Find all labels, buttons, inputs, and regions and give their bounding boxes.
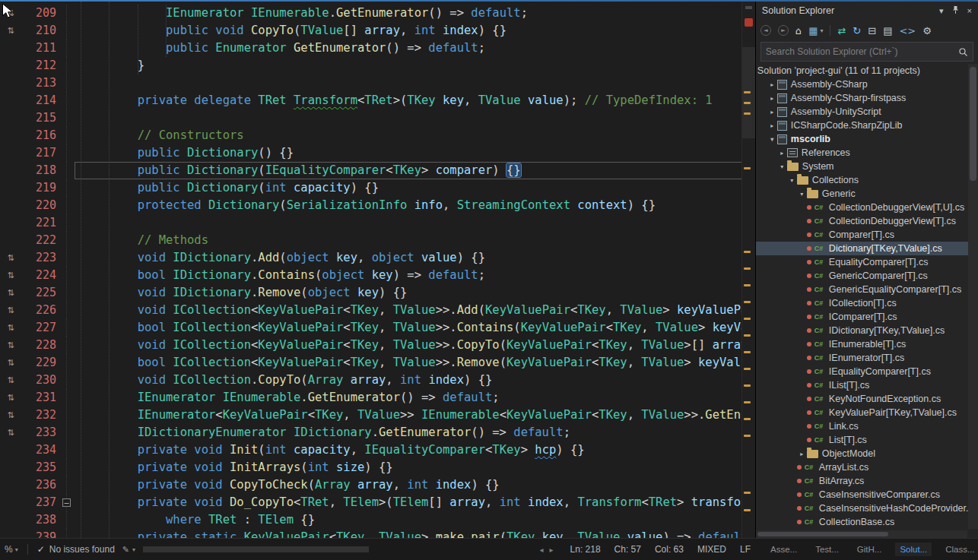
back-icon[interactable]: ◄: [760, 25, 771, 36]
reference-indicator-icon[interactable]: ⇅: [0, 354, 21, 372]
tree-item[interactable]: C#IDictionary[TKey,TValue].cs: [756, 324, 978, 337]
reference-indicator-icon[interactable]: ⇅: [0, 319, 21, 337]
reference-indicator-icon[interactable]: ⇅: [0, 407, 21, 424]
code-line[interactable]: ⇅229 bool ICollection<KeyValuePair<TKey,…: [0, 354, 755, 372]
code-line[interactable]: ⇅228 void ICollection<KeyValuePair<TKey,…: [0, 337, 755, 354]
code-line[interactable]: 220 protected Dictionary(SerializationIn…: [0, 197, 755, 214]
glyph-margin[interactable]: [0, 214, 21, 232]
tree-item[interactable]: ▸Assembly-UnityScript: [756, 105, 978, 119]
panel-tab[interactable]: Class...: [941, 543, 978, 556]
code-line[interactable]: 216 // Constructors: [0, 127, 755, 144]
tree-item[interactable]: C#ICollection[T].cs: [756, 296, 978, 310]
code-line[interactable]: 234 private void Init(int capacity, IEqu…: [0, 441, 755, 459]
reference-indicator-icon[interactable]: ⇅: [0, 302, 21, 319]
code-line[interactable]: ⇅223 void IDictionary.Add(object key, ob…: [0, 249, 755, 267]
code-line[interactable]: 215: [0, 109, 755, 127]
reference-indicator-icon[interactable]: ⇅: [0, 372, 21, 389]
glyph-margin[interactable]: [0, 144, 21, 162]
code-line[interactable]: 213: [0, 74, 755, 92]
scroll-left-icon[interactable]: ◂: [539, 546, 543, 554]
code-line[interactable]: 212 }: [0, 57, 755, 74]
glyph-margin[interactable]: [0, 232, 21, 249]
tree-item[interactable]: ▾Collections: [756, 173, 978, 187]
code-line[interactable]: 211 public Enumerator GetEnumerator() =>…: [0, 40, 755, 57]
glyph-margin[interactable]: [0, 511, 21, 529]
glyph-margin[interactable]: [0, 109, 21, 127]
tree-item[interactable]: C#ArrayList.cs: [756, 460, 978, 474]
zoom-control[interactable]: % ▾: [5, 544, 18, 555]
tree-item[interactable]: C#IEnumerable[T].cs: [756, 337, 978, 351]
reference-indicator-icon[interactable]: ⇅: [0, 337, 21, 354]
close-icon[interactable]: ×: [967, 6, 972, 15]
tree-item[interactable]: ▸Assembly-CSharp-firstpass: [756, 91, 978, 105]
code-line[interactable]: 217 public Dictionary() {}: [0, 144, 755, 162]
eol-indicator[interactable]: LF: [740, 544, 751, 555]
code-line[interactable]: 237– private void Do_CopyTo<TRet, TElem>…: [0, 494, 755, 511]
code-line[interactable]: ⇅226 void ICollection<KeyValuePair<TKey,…: [0, 302, 755, 319]
expand-arrow-icon[interactable]: ▸: [777, 150, 787, 157]
code-line[interactable]: 239 private static KeyValuePair<TKey, TV…: [0, 529, 755, 538]
reference-indicator-icon[interactable]: ⇅: [0, 424, 21, 441]
editor-vertical-scrollbar[interactable]: [741, 2, 755, 538]
scroll-right-icon[interactable]: ▸: [550, 546, 554, 554]
glyph-margin[interactable]: [0, 92, 21, 109]
code-line[interactable]: 219 public Dictionary(int capacity) {}: [0, 179, 755, 197]
tree-item[interactable]: C#IList[T].cs: [756, 378, 978, 392]
tree-item[interactable]: Solution 'project-gui' (11 of 11 project…: [756, 64, 978, 78]
code-line[interactable]: ⇅231 IEnumerator IEnumerable.GetEnumerat…: [0, 389, 755, 407]
code-line[interactable]: ⇅232 IEnumerator<KeyValuePair<TKey, TVal…: [0, 407, 755, 424]
code-line[interactable]: ⇅233 IDictionaryEnumerator IDictionary.G…: [0, 424, 755, 441]
pin-icon[interactable]: [951, 5, 960, 16]
tree-item[interactable]: C#IComparer[T].cs: [756, 310, 978, 324]
code-line[interactable]: ⇅225 void IDictionary.Remove(object key)…: [0, 284, 755, 302]
collapse-all-icon[interactable]: ⊟: [868, 26, 876, 36]
tree-item[interactable]: ▸Assembly-CSharp: [756, 78, 978, 91]
glyph-margin[interactable]: [0, 179, 21, 197]
search-input[interactable]: [766, 46, 958, 57]
expand-arrow-icon[interactable]: ▸: [767, 95, 777, 102]
expand-arrow-icon[interactable]: ▾: [787, 177, 797, 184]
code-line[interactable]: ⇅230 void ICollection.CopyTo(Array array…: [0, 372, 755, 389]
refresh-icon[interactable]: ↻: [853, 26, 861, 36]
tree-item[interactable]: C#Dictionary[TKey,TValue].cs: [756, 242, 978, 255]
tree-item[interactable]: ▸References: [756, 146, 978, 160]
tree-item[interactable]: ▸ObjectModel: [756, 447, 978, 460]
reference-indicator-icon[interactable]: ⇅: [0, 267, 21, 284]
view-switch-icon[interactable]: ▦: [808, 26, 818, 36]
encoding-indicator[interactable]: MIXED: [697, 544, 726, 555]
chevron-down-icon[interactable]: ▾: [820, 27, 823, 34]
glyph-margin[interactable]: [0, 529, 21, 538]
tree-item[interactable]: ▾System: [756, 160, 978, 173]
tree-item[interactable]: C#CollectionDebuggerView[T].cs: [756, 214, 978, 228]
tree-item[interactable]: C#List[T].cs: [756, 433, 978, 447]
expand-arrow-icon[interactable]: ▸: [767, 122, 777, 129]
reference-indicator-icon[interactable]: ⇅: [0, 22, 21, 40]
code-line[interactable]: 235 private void InitArrays(int size) {}: [0, 459, 755, 476]
panel-tab[interactable]: Test...: [811, 543, 843, 556]
code-line[interactable]: 238 where TRet : TElem {}: [0, 511, 755, 529]
split-handle-icon[interactable]: [745, 6, 752, 9]
show-all-files-icon[interactable]: ▤: [883, 26, 892, 36]
home-icon[interactable]: ⌂: [795, 26, 802, 36]
code-line[interactable]: 236 private void CopyToCheck(Array array…: [0, 476, 755, 494]
expand-arrow-icon[interactable]: ▸: [767, 81, 777, 88]
editor[interactable]: ⇅209 IEnumerator IEnumerable.GetEnumerat…: [0, 2, 755, 538]
tree-item[interactable]: C#KeyNotFoundException.cs: [756, 392, 978, 406]
window-position-icon[interactable]: ▾: [939, 6, 944, 16]
panel-tab[interactable]: GitH...: [853, 543, 887, 556]
search-icon[interactable]: [958, 47, 968, 57]
line-indicator[interactable]: Ln: 218: [570, 544, 601, 555]
properties-icon[interactable]: ⚙: [922, 26, 932, 36]
panel-tab[interactable]: Asse...: [766, 543, 802, 556]
tree-item[interactable]: C#CaseInsensitiveComparer.cs: [756, 488, 978, 501]
code-line[interactable]: ⇅224 bool IDictionary.Contains(object ke…: [0, 267, 755, 284]
tree-item[interactable]: C#KeyValuePair[TKey,TValue].cs: [756, 406, 978, 419]
reference-indicator-icon[interactable]: ⇅: [0, 249, 21, 267]
panel-tab[interactable]: Solut...: [895, 543, 932, 556]
glyph-margin[interactable]: [0, 197, 21, 214]
forward-icon[interactable]: ►: [778, 25, 789, 36]
error-indicator-icon[interactable]: [745, 18, 753, 27]
tree-item[interactable]: C#Link.cs: [756, 419, 978, 433]
view-code-icon[interactable]: <>: [899, 26, 916, 36]
glyph-margin[interactable]: [0, 459, 21, 476]
